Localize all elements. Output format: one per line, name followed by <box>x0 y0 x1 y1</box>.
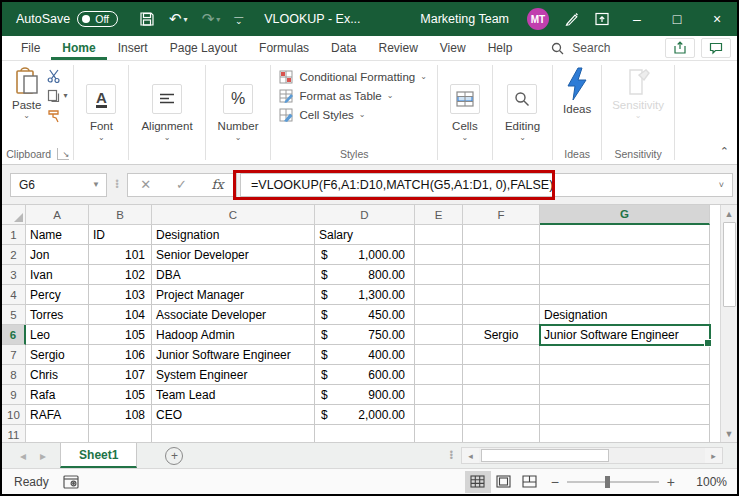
cell-f7[interactable] <box>463 345 540 365</box>
cell-f11[interactable] <box>463 425 540 442</box>
zoom-out-button[interactable]: − <box>543 474 567 490</box>
cell-b10[interactable]: 108 <box>89 405 152 425</box>
cell-g2[interactable] <box>540 245 710 265</box>
cell-e11[interactable] <box>415 425 463 442</box>
sheet-nav-right-icon[interactable]: ▸ <box>40 449 46 463</box>
new-sheet-button[interactable]: + <box>165 447 183 465</box>
cell-b6[interactable]: 105 <box>89 325 152 345</box>
cell-d2[interactable]: $1,000.00 <box>315 245 415 265</box>
cell-e1[interactable] <box>415 225 463 245</box>
cell-c3[interactable]: DBA <box>152 265 315 285</box>
tab-help[interactable]: Help <box>477 36 524 60</box>
cell-e3[interactable] <box>415 265 463 285</box>
cell-a2[interactable]: Jon <box>26 245 89 265</box>
minimize-button[interactable]: – <box>617 2 657 36</box>
conditional-formatting-button[interactable]: Conditional Formatting ⌄ <box>279 70 426 84</box>
cell-b5[interactable]: 104 <box>89 305 152 325</box>
cell-d8[interactable]: $600.00 <box>315 365 415 385</box>
tab-home[interactable]: Home <box>51 36 106 60</box>
cell-a8[interactable]: Chris <box>26 365 89 385</box>
sheet-nav-left-icon[interactable]: ◂ <box>20 449 26 463</box>
row-header-1[interactable]: 1 <box>2 225 26 245</box>
cell-a7[interactable]: Sergio <box>26 345 89 365</box>
cell-g11[interactable] <box>540 425 710 442</box>
zoom-level[interactable]: 100% <box>683 475 727 489</box>
sheet-tab-sheet1[interactable]: Sheet1 <box>60 443 137 468</box>
cell-a4[interactable]: Percy <box>26 285 89 305</box>
cell-c2[interactable]: Senior Developer <box>152 245 315 265</box>
cell-a9[interactable]: Rafa <box>26 385 89 405</box>
column-header-a[interactable]: A <box>26 205 89 225</box>
share-button[interactable] <box>665 38 695 58</box>
cell-f6[interactable]: Sergio <box>463 325 540 345</box>
page-break-preview-button[interactable] <box>517 471 543 493</box>
cell-f5[interactable] <box>463 305 540 325</box>
tab-review[interactable]: Review <box>367 36 428 60</box>
scroll-up-icon[interactable]: ▲ <box>721 205 737 222</box>
cell-a3[interactable]: Ivan <box>26 265 89 285</box>
search-control[interactable]: Search <box>551 41 610 55</box>
sensitivity-button[interactable]: Sensitivity ⌄ <box>602 61 674 119</box>
cell-b9[interactable]: 105 <box>89 385 152 405</box>
scroll-left-icon[interactable]: ◂ <box>462 448 479 463</box>
cell-b7[interactable]: 106 <box>89 345 152 365</box>
cell-c7[interactable]: Junior Software Engineer <box>152 345 315 365</box>
scroll-down-icon[interactable]: ▼ <box>721 425 737 442</box>
tab-file[interactable]: File <box>10 36 51 60</box>
cell-c5[interactable]: Associate Developer <box>152 305 315 325</box>
cell-g1[interactable] <box>540 225 710 245</box>
row-header-10[interactable]: 10 <box>2 405 26 425</box>
cell-d4[interactable]: $1,300.00 <box>315 285 415 305</box>
name-box-caret-icon[interactable]: ▼ <box>92 180 106 189</box>
cell-e2[interactable] <box>415 245 463 265</box>
tab-view[interactable]: View <box>429 36 477 60</box>
vertical-scroll-thumb[interactable] <box>723 222 736 307</box>
scrollbar-resize-grip[interactable]: ••• <box>450 451 453 460</box>
row-header-9[interactable]: 9 <box>2 385 26 405</box>
cell-f2[interactable] <box>463 245 540 265</box>
row-header-3[interactable]: 3 <box>2 265 26 285</box>
cell-c10[interactable]: CEO <box>152 405 315 425</box>
cell-e4[interactable] <box>415 285 463 305</box>
scroll-right-icon[interactable]: ▸ <box>705 448 722 463</box>
autosave-control[interactable]: AutoSave Off <box>16 11 118 27</box>
column-header-g[interactable]: G <box>540 205 710 225</box>
inking-button[interactable] <box>557 4 587 34</box>
macro-record-button[interactable] <box>63 475 79 489</box>
cell-g9[interactable] <box>540 385 710 405</box>
cell-styles-button[interactable]: Cell Styles ⌄ <box>279 108 426 122</box>
page-layout-view-button[interactable] <box>491 471 517 493</box>
clipboard-dialog-launcher[interactable]: ↘ <box>57 148 69 160</box>
cell-b8[interactable]: 107 <box>89 365 152 385</box>
cell-a6[interactable]: Leo <box>26 325 89 345</box>
tab-formulas[interactable]: Formulas <box>248 36 320 60</box>
tab-insert[interactable]: Insert <box>107 36 159 60</box>
cell-d6[interactable]: $750.00 <box>315 325 415 345</box>
cell-c11[interactable] <box>152 425 315 442</box>
close-button[interactable]: × <box>697 2 737 36</box>
normal-view-button[interactable] <box>465 471 491 493</box>
cell-c1[interactable]: Designation <box>152 225 315 245</box>
tab-page-layout[interactable]: Page Layout <box>159 36 248 60</box>
formula-input[interactable]: =VLOOKUP(F6,A1:D10,MATCH(G5,A1:D1, 0),FA… <box>240 173 733 197</box>
column-header-c[interactable]: C <box>152 205 315 225</box>
comments-button[interactable] <box>701 38 731 58</box>
column-header-d[interactable]: D <box>315 205 415 225</box>
horizontal-scroll-thumb[interactable] <box>481 449 609 462</box>
cell-c9[interactable]: Team Lead <box>152 385 315 405</box>
cell-e5[interactable] <box>415 305 463 325</box>
insert-function-button[interactable]: fx <box>211 177 223 192</box>
ribbon-display-options-button[interactable] <box>587 4 617 34</box>
row-header-7[interactable]: 7 <box>2 345 26 365</box>
copy-button[interactable]: ▾ <box>47 89 67 103</box>
cell-a11[interactable] <box>26 425 89 442</box>
alignment-group-button[interactable]: Alignment ⌄ <box>129 61 204 164</box>
cell-b2[interactable]: 101 <box>89 245 152 265</box>
cell-d1[interactable]: Salary <box>315 225 415 245</box>
cell-g10[interactable] <box>540 405 710 425</box>
zoom-slider-handle[interactable] <box>605 476 610 488</box>
cell-b3[interactable]: 102 <box>89 265 152 285</box>
cells-group-button[interactable]: Cells ⌄ <box>438 61 492 164</box>
format-as-table-button[interactable]: Format as Table ⌄ <box>279 89 426 103</box>
redo-button[interactable]: ↷▾ <box>195 4 228 34</box>
